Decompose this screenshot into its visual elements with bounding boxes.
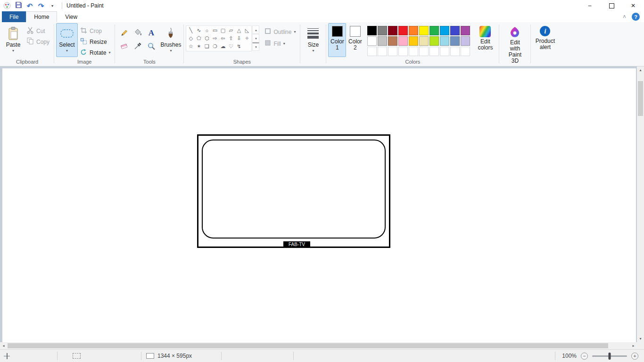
shape-lightning[interactable]: ↯: [235, 42, 243, 50]
shapes-more-button[interactable]: ▾: [252, 42, 259, 51]
customize-qat-button[interactable]: ▾: [47, 0, 58, 11]
paint-logo-icon[interactable]: [2, 0, 12, 11]
cut-button[interactable]: Cut: [24, 25, 52, 36]
palette-swatch[interactable]: [419, 26, 429, 35]
palette-swatch[interactable]: [398, 36, 408, 46]
scroll-left-arrow[interactable]: ◂: [0, 342, 7, 349]
horizontal-scroll-track[interactable]: [7, 342, 630, 349]
shape-rectangle[interactable]: ▭: [211, 26, 219, 34]
resize-button[interactable]: Resize: [78, 36, 113, 47]
pencil-tool-button[interactable]: [118, 26, 130, 39]
shape-triangle[interactable]: △: [235, 26, 243, 34]
copy-button[interactable]: Copy: [24, 36, 52, 47]
palette-swatch[interactable]: [429, 26, 439, 35]
shape-pentagon[interactable]: ⬠: [195, 34, 203, 42]
scroll-up-arrow[interactable]: ▴: [637, 66, 644, 74]
close-button[interactable]: ✕: [622, 0, 644, 11]
outline-button[interactable]: Outline ▾: [262, 26, 298, 37]
edit-with-paint3d-button[interactable]: Edit with Paint 3D: [501, 23, 528, 57]
tab-file[interactable]: File: [2, 11, 26, 22]
palette-swatch[interactable]: [388, 36, 397, 46]
shape-diamond[interactable]: ◇: [187, 34, 195, 42]
palette-swatch[interactable]: [409, 36, 418, 46]
vertical-scroll-track[interactable]: [637, 74, 644, 335]
select-button[interactable]: Select ▾: [56, 23, 78, 57]
shape-oval-callout[interactable]: ❍: [211, 42, 219, 50]
scroll-down-arrow[interactable]: ▾: [637, 335, 644, 342]
size-button[interactable]: Size ▾: [302, 23, 324, 57]
product-alert-button[interactable]: i Product alert: [533, 23, 557, 57]
fill-tool-button[interactable]: [132, 26, 143, 39]
save-button[interactable]: [13, 0, 24, 11]
shape-line[interactable]: ╲: [187, 26, 195, 34]
color1-button[interactable]: Color 1: [328, 23, 346, 57]
shape-right-triangle[interactable]: ◺: [243, 26, 251, 34]
shape-fill-button[interactable]: Fill ▾: [262, 38, 298, 49]
redo-button[interactable]: ↷: [36, 0, 46, 11]
minimize-button[interactable]: –: [579, 0, 601, 11]
palette-swatch[interactable]: [461, 36, 470, 46]
shape-five-point-star[interactable]: ☆: [187, 42, 195, 50]
shape-rounded-rectangle[interactable]: ▢: [219, 26, 227, 34]
shape-cloud-callout[interactable]: ☁: [219, 42, 227, 50]
horizontal-scroll-thumb[interactable]: [8, 343, 608, 348]
shape-six-point-star[interactable]: ✶: [195, 42, 203, 50]
palette-swatch[interactable]: [409, 26, 418, 35]
paste-button[interactable]: Paste ▾: [2, 23, 24, 57]
palette-swatch[interactable]: [367, 36, 377, 46]
tab-view[interactable]: View: [57, 11, 85, 22]
shape-oval[interactable]: ○: [203, 26, 211, 34]
shape-polygon[interactable]: ▱: [227, 26, 235, 34]
palette-swatch[interactable]: [450, 36, 460, 46]
shape-down-arrow[interactable]: ⇩: [235, 34, 243, 42]
eraser-tool-button[interactable]: [118, 41, 130, 53]
maximize-button[interactable]: [601, 0, 622, 11]
color-picker-tool-button[interactable]: [132, 41, 143, 53]
palette-swatch[interactable]: [378, 26, 387, 35]
shape-hexagon[interactable]: ⬡: [203, 34, 211, 42]
color2-button[interactable]: Color 2: [346, 23, 364, 57]
vertical-scroll-thumb[interactable]: [638, 81, 643, 116]
brushes-button[interactable]: Brushes ▾: [160, 23, 182, 57]
help-icon[interactable]: ?: [632, 13, 640, 21]
palette-swatch[interactable]: [440, 36, 449, 46]
palette-swatch[interactable]: [440, 47, 449, 56]
tab-home[interactable]: Home: [26, 11, 57, 22]
shapes-scroll-up-button[interactable]: ▴: [252, 25, 259, 34]
palette-swatch[interactable]: [429, 36, 439, 46]
palette-swatch[interactable]: [450, 47, 460, 56]
shape-heart[interactable]: ♡: [227, 42, 235, 50]
palette-swatch[interactable]: [367, 26, 377, 35]
palette-swatch[interactable]: [398, 26, 408, 35]
undo-button[interactable]: ↶: [25, 0, 35, 11]
edit-colors-button[interactable]: Edit colors: [473, 23, 497, 57]
shapes-scroll-down-button[interactable]: ▾: [252, 34, 259, 42]
palette-swatch[interactable]: [367, 47, 377, 56]
palette-swatch[interactable]: [440, 26, 449, 35]
palette-swatch[interactable]: [378, 47, 387, 56]
zoom-in-button[interactable]: +: [631, 353, 638, 360]
zoom-out-button[interactable]: −: [581, 353, 588, 360]
shape-left-arrow[interactable]: ⇦: [219, 34, 227, 42]
palette-swatch[interactable]: [378, 36, 387, 46]
palette-swatch[interactable]: [398, 47, 408, 56]
palette-swatch[interactable]: [429, 47, 439, 56]
drawing-canvas[interactable]: FAB-TV: [2, 68, 636, 342]
shape-up-arrow[interactable]: ⇧: [227, 34, 235, 42]
palette-swatch[interactable]: [419, 47, 429, 56]
zoom-slider-thumb[interactable]: [609, 353, 611, 360]
horizontal-scrollbar[interactable]: ◂ ▸: [0, 342, 637, 349]
scroll-right-arrow[interactable]: ▸: [630, 342, 637, 349]
vertical-scrollbar[interactable]: ▴ ▾: [637, 66, 644, 342]
shape-rounded-callout[interactable]: ❏: [203, 42, 211, 50]
rotate-button[interactable]: Rotate ▾: [78, 47, 113, 58]
palette-swatch[interactable]: [419, 36, 429, 46]
zoom-slider[interactable]: [592, 355, 627, 357]
text-tool-button[interactable]: A: [145, 26, 157, 39]
palette-swatch[interactable]: [461, 47, 470, 56]
palette-swatch[interactable]: [450, 26, 460, 35]
palette-swatch[interactable]: [409, 47, 418, 56]
palette-swatch[interactable]: [388, 26, 397, 35]
magnifier-tool-button[interactable]: [145, 41, 157, 53]
collapse-ribbon-icon[interactable]: ˄: [623, 14, 626, 20]
